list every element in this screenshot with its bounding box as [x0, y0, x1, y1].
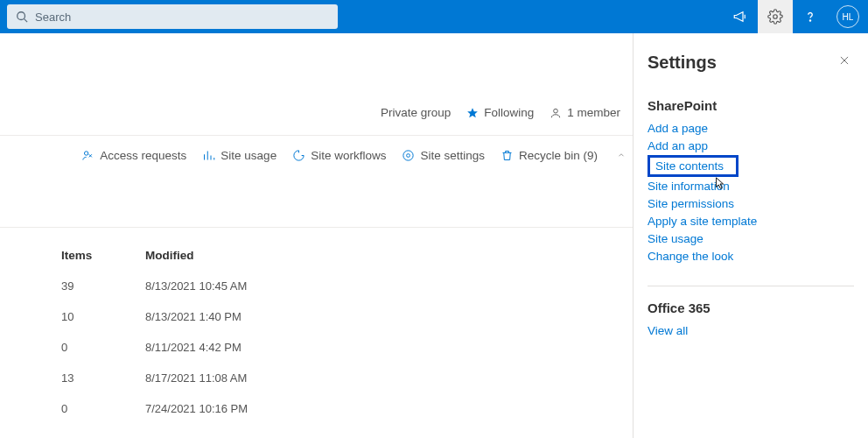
- site-settings-button[interactable]: Site settings: [402, 149, 485, 162]
- gear-icon: [767, 9, 783, 25]
- cell-modified: 8/11/2021 4:42 PM: [145, 341, 633, 354]
- settings-panel: Settings SharePoint Add a page Add an ap…: [633, 33, 868, 438]
- privacy-label: Private group: [381, 106, 451, 119]
- svg-point-8: [403, 150, 413, 159]
- megaphone-button[interactable]: [723, 0, 758, 33]
- settings-gear-button[interactable]: [758, 0, 793, 33]
- page-content: Private group Following 1 member Access …: [0, 33, 633, 438]
- chevron-up-icon: [617, 151, 626, 159]
- cell-items: 0: [61, 402, 145, 415]
- user-avatar[interactable]: HL: [836, 5, 859, 28]
- table-row[interactable]: 39 8/13/2021 10:45 AM: [61, 271, 633, 301]
- svg-marker-4: [467, 108, 478, 117]
- workflow-icon: [292, 149, 305, 162]
- header-items[interactable]: Items: [61, 249, 145, 262]
- close-icon: [838, 54, 850, 67]
- cell-items: 39: [61, 279, 145, 293]
- svg-point-0: [18, 12, 25, 20]
- link-apply-template[interactable]: Apply a site template: [648, 213, 854, 230]
- link-site-information[interactable]: Site information: [648, 178, 854, 194]
- chart-icon: [202, 149, 215, 162]
- cell-modified: 7/24/2021 10:16 PM: [145, 402, 633, 415]
- svg-line-1: [24, 19, 28, 23]
- command-bar: Access requests Site usage Site workflow…: [0, 136, 633, 174]
- table-row[interactable]: 13 8/17/2021 11:08 AM: [61, 363, 633, 393]
- help-button[interactable]: [793, 0, 828, 33]
- close-panel-button[interactable]: [835, 51, 854, 74]
- scroll-up-caret[interactable]: [613, 151, 629, 159]
- site-usage-button[interactable]: Site usage: [202, 149, 276, 162]
- star-icon: [466, 107, 479, 119]
- cell-items: 0: [61, 341, 145, 354]
- table-header: Items Modified: [61, 228, 633, 271]
- site-info-bar: Private group Following 1 member: [0, 33, 633, 136]
- header-modified[interactable]: Modified: [145, 249, 633, 262]
- access-requests-button[interactable]: Access requests: [81, 149, 186, 162]
- link-site-permissions[interactable]: Site permissions: [648, 195, 854, 212]
- link-view-all[interactable]: View all: [648, 322, 854, 339]
- cell-items: 10: [61, 310, 145, 323]
- svg-point-7: [407, 153, 410, 157]
- svg-point-6: [85, 151, 88, 154]
- link-add-app[interactable]: Add an app: [648, 138, 854, 154]
- table-row[interactable]: 0 7/24/2021 10:16 PM: [61, 393, 633, 424]
- cell-modified: 8/17/2021 11:08 AM: [145, 371, 633, 385]
- link-site-contents[interactable]: Site contents: [648, 155, 738, 177]
- link-change-look[interactable]: Change the look: [648, 248, 854, 265]
- megaphone-icon: [732, 9, 748, 25]
- search-input[interactable]: [35, 11, 329, 24]
- access-requests-icon: [81, 149, 94, 162]
- settings-title: Settings: [648, 53, 717, 73]
- gear-icon: [402, 149, 415, 162]
- help-icon: [802, 9, 818, 25]
- cell-modified: 8/13/2021 1:40 PM: [145, 310, 633, 323]
- recycle-bin-button[interactable]: Recycle bin (9): [500, 149, 598, 162]
- search-box[interactable]: [7, 4, 338, 29]
- trash-icon: [500, 149, 514, 162]
- cell-modified: 8/13/2021 10:45 AM: [145, 279, 633, 293]
- avatar-initials: HL: [843, 12, 854, 22]
- site-workflows-button[interactable]: Site workflows: [292, 149, 386, 162]
- search-icon: [16, 11, 28, 23]
- svg-point-2: [774, 15, 778, 19]
- table-row[interactable]: 0 8/11/2021 4:42 PM: [61, 332, 633, 363]
- panel-divider: [648, 286, 854, 286]
- link-add-page[interactable]: Add a page: [648, 120, 854, 137]
- link-site-usage[interactable]: Site usage: [648, 230, 854, 247]
- cell-items: 13: [61, 371, 145, 385]
- settings-panel-header: Settings: [648, 51, 854, 74]
- members-button[interactable]: 1 member: [550, 106, 620, 119]
- sharepoint-heading: SharePoint: [648, 98, 854, 113]
- office365-heading: Office 365: [648, 300, 854, 315]
- table-row[interactable]: 10 8/13/2021 1:40 PM: [61, 301, 633, 332]
- content-table: Items Modified 39 8/13/2021 10:45 AM 10 …: [0, 228, 633, 424]
- person-icon: [550, 107, 562, 119]
- svg-point-5: [554, 109, 558, 113]
- following-toggle[interactable]: Following: [466, 106, 534, 119]
- suite-bar: HL: [0, 0, 868, 33]
- svg-point-3: [809, 20, 810, 21]
